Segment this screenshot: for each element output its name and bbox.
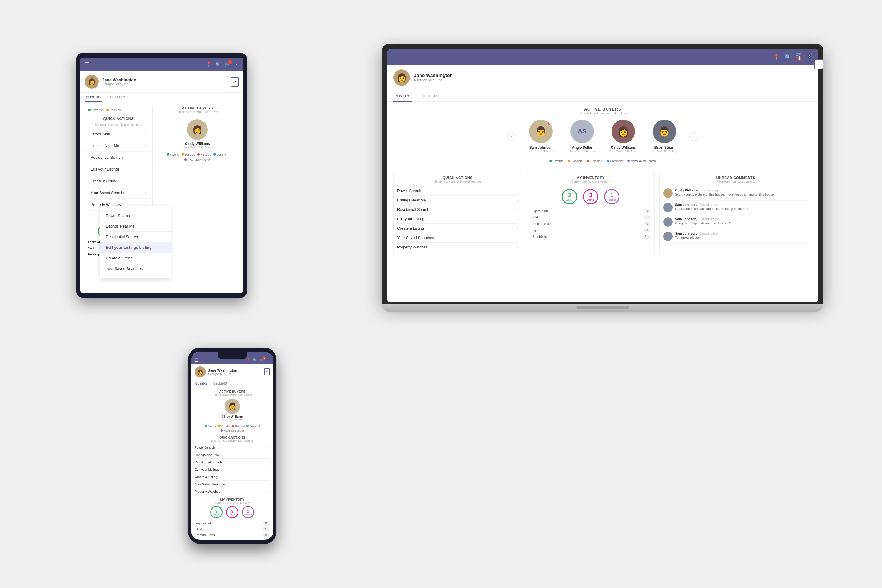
comment-sam-2-text: Can you set up a showing for this one? [675, 221, 731, 225]
tablet-header: ☰ 📍 🔍 🛒 1 ⋮ [80, 58, 243, 71]
tablet-hamburger[interactable]: ☰ [85, 61, 89, 68]
phone-qa-power-search[interactable]: Power Search › [195, 444, 270, 451]
phone-avatar: 👩 [195, 366, 206, 378]
search-icon[interactable]: 🔍 [784, 54, 791, 60]
inventory-title: MY INVENTORY [530, 176, 651, 180]
qa-listings-near-me[interactable]: Listings Near Me › [397, 195, 518, 205]
phone-more-icon[interactable]: ⋮ [266, 358, 270, 363]
comment-sam-1-avatar [663, 203, 673, 212]
comment-sam-3: Sam Johnson, 3 months ago Tomorrow pleas… [663, 230, 808, 244]
tablet-more-icon[interactable]: ⋮ [234, 62, 239, 68]
buyer-brian-stuart[interactable]: 👨 Brian Stuart Site Visit: 0/30 Days [648, 120, 681, 153]
tablet-tab-sellers[interactable]: SELLERS [109, 93, 127, 102]
tablet-content-area: Favorite Possible QUICK ACTIONS Shortcut… [85, 106, 239, 163]
phone-qa-edit-listings[interactable]: Edit your Listings › [195, 466, 270, 473]
buyer-sam-johnson[interactable]: 👨 1 Sam Johnson Site Visit: 3/30 Days [525, 120, 557, 153]
phone-device: ☰ 📍 🔍 🛒 1 ⋮ 👩 [188, 348, 276, 544]
inv-unpublished-val: 21 [643, 235, 650, 239]
carousel-prev[interactable]: ‹ [507, 132, 516, 141]
sidebar-float-saved-searches[interactable]: Your Saved Searches [100, 263, 171, 274]
comment-sam-3-content: Sam Johnson, 3 months ago Tomorrow pleas… [675, 232, 718, 241]
inv-pending-val: 0 [645, 222, 650, 226]
qa-property-watches[interactable]: Property Watches › [397, 243, 518, 252]
tablet-sidebar-power-search[interactable]: Power Search › [85, 128, 152, 140]
unread-comments-panel: UNREAD COMMENTS Messages from your conta… [660, 172, 812, 255]
buyer-angie-avatar: AS [570, 120, 594, 143]
tablet-featured-buyer[interactable]: 👩 Cindy Williams Site Visit: 1/30 Days [156, 119, 239, 149]
sidebar-float-edit-listings[interactable]: Edit your Listings Listing [100, 242, 171, 253]
active-buyers-title: ACTIVE BUYERS [393, 107, 812, 111]
phone-inv-expire-label: Expire Alert [195, 520, 251, 526]
qa-edit-listings[interactable]: Edit your Listings › [397, 214, 518, 224]
phone-inv-purple-lbl: Pending [244, 514, 252, 516]
tablet-location-icon[interactable]: 📍 [206, 62, 212, 68]
legend-new-search: New Saved Search [627, 159, 656, 163]
phone-qa-sub: Shortcut to commonly used features [195, 439, 270, 442]
tab-buyers[interactable]: BUYERS [393, 91, 412, 102]
buyer-cindy-williams[interactable]: 👩 Cindy Williams Site Visit: 1/30 Days [607, 120, 639, 153]
phone-qa-saved-searches[interactable]: Your Saved Searches › [195, 481, 270, 488]
profile-name: Jane Washington [414, 73, 453, 78]
qa-create-listing[interactable]: Create a Listing › [397, 224, 518, 233]
qa-power-search[interactable]: Power Search › [397, 186, 518, 195]
qa-saved-searches-arrow: › [517, 236, 518, 240]
tablet-sidebar-listings-near-me[interactable]: Listings Near Me › [85, 140, 152, 152]
qa-create-listing-arrow: › [517, 226, 518, 231]
phone-cart-badge: 1 [262, 356, 266, 360]
qa-residential-search[interactable]: Residential Search › [397, 205, 518, 214]
phone-hamburger[interactable]: ☰ [195, 358, 198, 363]
phone-location-icon[interactable]: 📍 [246, 358, 250, 363]
inv-circle-active-green-lbl: Active [566, 198, 573, 201]
phone-search-icon[interactable]: 🔍 [253, 358, 257, 363]
sidebar-float-listings-near-me[interactable]: Listings Near Me [100, 221, 171, 232]
phone-qa-create-listing-label: Create a Listing [195, 475, 217, 478]
tablet-tab-buyers[interactable]: BUYERS [85, 93, 102, 102]
tablet-sidebar-saved-searches[interactable]: Your Saved Searches › [85, 187, 152, 199]
quick-actions-panel: QUICK ACTIONS Shortcut to commonly used … [393, 172, 522, 255]
phone-leg-pos: Possible [218, 424, 230, 428]
phone-inv-pink-val: 3 [231, 508, 233, 514]
phone-tab-sellers[interactable]: SELLERS [213, 380, 228, 387]
phone-qa-residential-search[interactable]: Residential Search › [195, 459, 270, 466]
buyer-angie-seller[interactable]: AS Angie Seller Site Visit: 1/30 Days [566, 120, 598, 153]
phone-qa-create-listing[interactable]: Create a Listing › [195, 473, 270, 481]
inv-sold-val: 1 [645, 215, 650, 219]
qa-saved-searches[interactable]: Your Saved Searches › [397, 233, 518, 243]
inventory-subtitle: Current look at your inventory [530, 180, 651, 183]
inv-expired-val: 0 [645, 228, 650, 232]
more-icon[interactable]: ⋮ [807, 54, 812, 60]
cart-icon-wrapper: 🛒 1 [796, 52, 802, 62]
phone-qa-property-watches[interactable]: Property Watches › [195, 488, 270, 495]
comment-sam-3-text: Tomorrow please [675, 236, 718, 239]
tab-sellers[interactable]: SELLERS [420, 91, 440, 102]
carousel-next[interactable]: › [689, 132, 698, 141]
tablet-sidebar-edit-listings[interactable]: Edit your Listings › [85, 164, 152, 175]
tablet-search-icon[interactable]: 🔍 [215, 62, 221, 68]
qa-property-watches-label: Property Watches [397, 245, 428, 249]
phone-qa-listings-near-me[interactable]: Listings Near Me › [195, 451, 270, 459]
inv-row-pending: Pending Sales 0 [531, 221, 651, 226]
buyer-angie-visit: Site Visit: 1/30 Days [566, 150, 598, 153]
phone-leg-new: New Saved Search [220, 429, 244, 432]
qa-power-search-label: Power Search [397, 189, 421, 193]
tablet-sidebar-create-listing[interactable]: Create a Listing › [85, 175, 152, 187]
hamburger-icon[interactable]: ☰ [393, 54, 399, 61]
quick-actions-title: QUICK ACTIONS [397, 176, 518, 180]
sidebar-float-residential-search[interactable]: Residential Search [100, 232, 171, 242]
phone-qa-edit-listings-label: Edit your Listings [195, 468, 219, 471]
location-icon[interactable]: 📍 [773, 54, 780, 60]
sidebar-float-create-listing[interactable]: Create a Listing [100, 253, 171, 263]
phone-qa-listings-near-me-arrow: › [269, 453, 270, 457]
phone-profile-info: Jane Washington Paragon MLS, Inc. [208, 368, 237, 376]
phone-quick-actions: QUICK ACTIONS Shortcut to commonly used … [191, 434, 273, 495]
inv-expired-label: Expired [531, 227, 617, 233]
inv-expire-val: 0 [645, 209, 650, 213]
tablet-home-icon[interactable]: ⌂ [231, 77, 239, 87]
phone-buyer-display[interactable]: 👩 Cindy Williams Site Visit: 1/30 Days [191, 396, 273, 423]
phone-home-icon[interactable]: ⌂ [264, 368, 270, 375]
tablet-avatar: 👩 [85, 75, 99, 89]
phone-tab-buyers[interactable]: BUYERS [195, 380, 208, 387]
comment-sam-1-time: 3 months ago [700, 203, 718, 206]
tablet-sidebar-residential-search[interactable]: Residential Search › [85, 152, 152, 164]
sidebar-float-power-search[interactable]: Power Search [100, 210, 171, 221]
